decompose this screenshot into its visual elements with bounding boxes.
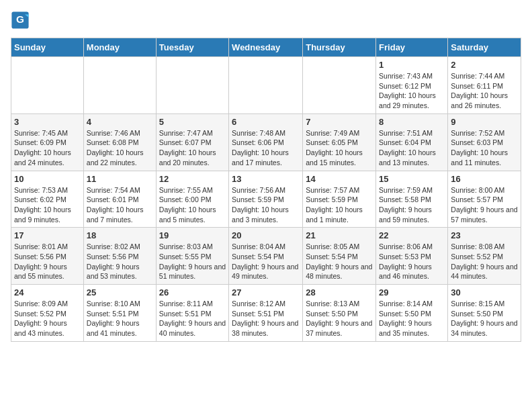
calendar-cell: 8Sunrise: 7:51 AMSunset: 6:04 PMDaylight… — [376, 113, 448, 171]
calendar-cell: 20Sunrise: 8:04 AMSunset: 5:54 PMDayligh… — [229, 228, 303, 285]
day-number: 23 — [451, 230, 518, 240]
weekday-header: Thursday — [303, 38, 376, 57]
day-info: Sunrise: 7:57 AMSunset: 5:59 PMDaylight:… — [306, 185, 373, 225]
day-number: 29 — [379, 287, 445, 298]
day-number: 25 — [87, 287, 153, 298]
day-info: Sunrise: 7:52 AMSunset: 6:03 PMDaylight:… — [451, 128, 518, 168]
day-number: 26 — [159, 287, 226, 298]
day-info: Sunrise: 7:59 AMSunset: 5:58 PMDaylight:… — [379, 185, 445, 225]
day-info: Sunrise: 8:10 AMSunset: 5:51 PMDaylight:… — [87, 299, 153, 338]
calendar-week-row: 3Sunrise: 7:45 AMSunset: 6:09 PMDaylight… — [11, 113, 521, 171]
day-info: Sunrise: 8:08 AMSunset: 5:52 PMDaylight:… — [451, 242, 518, 281]
logo: G — [11, 11, 31, 30]
calendar-cell — [11, 57, 84, 114]
day-info: Sunrise: 7:51 AMSunset: 6:04 PMDaylight:… — [379, 128, 445, 168]
calendar-week-row: 17Sunrise: 8:01 AMSunset: 5:56 PMDayligh… — [11, 228, 521, 285]
day-number: 4 — [87, 117, 153, 127]
calendar-cell — [303, 57, 376, 114]
day-number: 17 — [14, 230, 81, 240]
day-info: Sunrise: 7:44 AMSunset: 6:11 PMDaylight:… — [451, 71, 518, 111]
day-info: Sunrise: 8:12 AMSunset: 5:51 PMDaylight:… — [232, 299, 300, 338]
day-number: 14 — [306, 174, 373, 184]
day-info: Sunrise: 8:11 AMSunset: 5:51 PMDaylight:… — [159, 299, 226, 338]
weekday-header: Tuesday — [156, 38, 228, 57]
calendar-cell: 24Sunrise: 8:09 AMSunset: 5:52 PMDayligh… — [11, 285, 84, 342]
day-number: 13 — [232, 174, 300, 184]
calendar-cell: 15Sunrise: 7:59 AMSunset: 5:58 PMDayligh… — [376, 171, 448, 228]
calendar-cell — [156, 57, 228, 114]
calendar-cell: 23Sunrise: 8:08 AMSunset: 5:52 PMDayligh… — [448, 228, 521, 285]
day-number: 12 — [159, 174, 226, 184]
calendar-cell: 18Sunrise: 8:02 AMSunset: 5:56 PMDayligh… — [83, 228, 156, 285]
day-info: Sunrise: 7:48 AMSunset: 6:06 PMDaylight:… — [232, 128, 300, 168]
calendar-cell: 30Sunrise: 8:15 AMSunset: 5:50 PMDayligh… — [448, 285, 521, 342]
day-number: 3 — [14, 117, 81, 127]
calendar-week-row: 24Sunrise: 8:09 AMSunset: 5:52 PMDayligh… — [11, 285, 521, 342]
calendar-cell: 6Sunrise: 7:48 AMSunset: 6:06 PMDaylight… — [229, 113, 303, 171]
day-info: Sunrise: 8:02 AMSunset: 5:56 PMDaylight:… — [87, 242, 153, 281]
calendar-cell: 5Sunrise: 7:47 AMSunset: 6:07 PMDaylight… — [156, 113, 228, 171]
weekday-header: Monday — [83, 38, 156, 57]
calendar-table: SundayMondayTuesdayWednesdayThursdayFrid… — [11, 38, 521, 342]
day-info: Sunrise: 7:46 AMSunset: 6:08 PMDaylight:… — [87, 128, 153, 168]
day-number: 24 — [14, 287, 81, 298]
calendar-week-row: 10Sunrise: 7:53 AMSunset: 6:02 PMDayligh… — [11, 171, 521, 228]
calendar-cell: 9Sunrise: 7:52 AMSunset: 6:03 PMDaylight… — [448, 113, 521, 171]
calendar-cell: 22Sunrise: 8:06 AMSunset: 5:53 PMDayligh… — [376, 228, 448, 285]
day-info: Sunrise: 8:15 AMSunset: 5:50 PMDaylight:… — [451, 299, 518, 338]
calendar-cell — [229, 57, 303, 114]
day-number: 22 — [379, 230, 445, 240]
calendar-cell: 29Sunrise: 8:14 AMSunset: 5:50 PMDayligh… — [376, 285, 448, 342]
day-number: 1 — [379, 60, 445, 70]
day-number: 10 — [14, 174, 81, 184]
calendar-cell: 28Sunrise: 8:13 AMSunset: 5:50 PMDayligh… — [303, 285, 376, 342]
logo-icon: G — [11, 11, 30, 30]
day-number: 27 — [232, 287, 300, 298]
calendar-header-row: SundayMondayTuesdayWednesdayThursdayFrid… — [11, 38, 521, 57]
day-info: Sunrise: 7:43 AMSunset: 6:12 PMDaylight:… — [379, 71, 445, 111]
day-info: Sunrise: 7:47 AMSunset: 6:07 PMDaylight:… — [159, 128, 226, 168]
day-number: 7 — [306, 117, 373, 127]
day-number: 9 — [451, 117, 518, 127]
calendar-cell: 26Sunrise: 8:11 AMSunset: 5:51 PMDayligh… — [156, 285, 228, 342]
day-number: 21 — [306, 230, 373, 240]
calendar-cell: 13Sunrise: 7:56 AMSunset: 5:59 PMDayligh… — [229, 171, 303, 228]
calendar-week-row: 1Sunrise: 7:43 AMSunset: 6:12 PMDaylight… — [11, 57, 521, 114]
day-info: Sunrise: 7:45 AMSunset: 6:09 PMDaylight:… — [14, 128, 81, 168]
day-number: 30 — [451, 287, 518, 298]
day-number: 6 — [232, 117, 300, 127]
calendar-cell: 7Sunrise: 7:49 AMSunset: 6:05 PMDaylight… — [303, 113, 376, 171]
calendar-cell: 3Sunrise: 7:45 AMSunset: 6:09 PMDaylight… — [11, 113, 84, 171]
calendar-cell: 4Sunrise: 7:46 AMSunset: 6:08 PMDaylight… — [83, 113, 156, 171]
day-info: Sunrise: 8:05 AMSunset: 5:54 PMDaylight:… — [306, 242, 373, 281]
calendar-cell: 27Sunrise: 8:12 AMSunset: 5:51 PMDayligh… — [229, 285, 303, 342]
weekday-header: Friday — [376, 38, 448, 57]
day-number: 2 — [451, 60, 518, 70]
day-info: Sunrise: 8:13 AMSunset: 5:50 PMDaylight:… — [306, 299, 373, 338]
day-number: 16 — [451, 174, 518, 184]
svg-text:G: G — [16, 13, 24, 25]
day-number: 8 — [379, 117, 445, 127]
weekday-header: Sunday — [11, 38, 84, 57]
day-info: Sunrise: 8:04 AMSunset: 5:54 PMDaylight:… — [232, 242, 300, 281]
day-number: 18 — [87, 230, 153, 240]
day-number: 5 — [159, 117, 226, 127]
calendar-cell: 21Sunrise: 8:05 AMSunset: 5:54 PMDayligh… — [303, 228, 376, 285]
calendar-cell: 25Sunrise: 8:10 AMSunset: 5:51 PMDayligh… — [83, 285, 156, 342]
weekday-header: Wednesday — [229, 38, 303, 57]
day-info: Sunrise: 7:49 AMSunset: 6:05 PMDaylight:… — [306, 128, 373, 168]
day-info: Sunrise: 8:03 AMSunset: 5:55 PMDaylight:… — [159, 242, 226, 281]
calendar-cell: 11Sunrise: 7:54 AMSunset: 6:01 PMDayligh… — [83, 171, 156, 228]
day-number: 15 — [379, 174, 445, 184]
day-info: Sunrise: 7:56 AMSunset: 5:59 PMDaylight:… — [232, 185, 300, 225]
calendar-cell: 10Sunrise: 7:53 AMSunset: 6:02 PMDayligh… — [11, 171, 84, 228]
calendar-cell: 16Sunrise: 8:00 AMSunset: 5:57 PMDayligh… — [448, 171, 521, 228]
day-number: 19 — [159, 230, 226, 240]
day-info: Sunrise: 8:14 AMSunset: 5:50 PMDaylight:… — [379, 299, 445, 338]
calendar-body: 1Sunrise: 7:43 AMSunset: 6:12 PMDaylight… — [11, 57, 521, 342]
calendar-cell: 17Sunrise: 8:01 AMSunset: 5:56 PMDayligh… — [11, 228, 84, 285]
day-info: Sunrise: 7:55 AMSunset: 6:00 PMDaylight:… — [159, 185, 226, 225]
day-info: Sunrise: 8:00 AMSunset: 5:57 PMDaylight:… — [451, 185, 518, 225]
calendar-cell: 14Sunrise: 7:57 AMSunset: 5:59 PMDayligh… — [303, 171, 376, 228]
calendar-cell: 2Sunrise: 7:44 AMSunset: 6:11 PMDaylight… — [448, 57, 521, 114]
